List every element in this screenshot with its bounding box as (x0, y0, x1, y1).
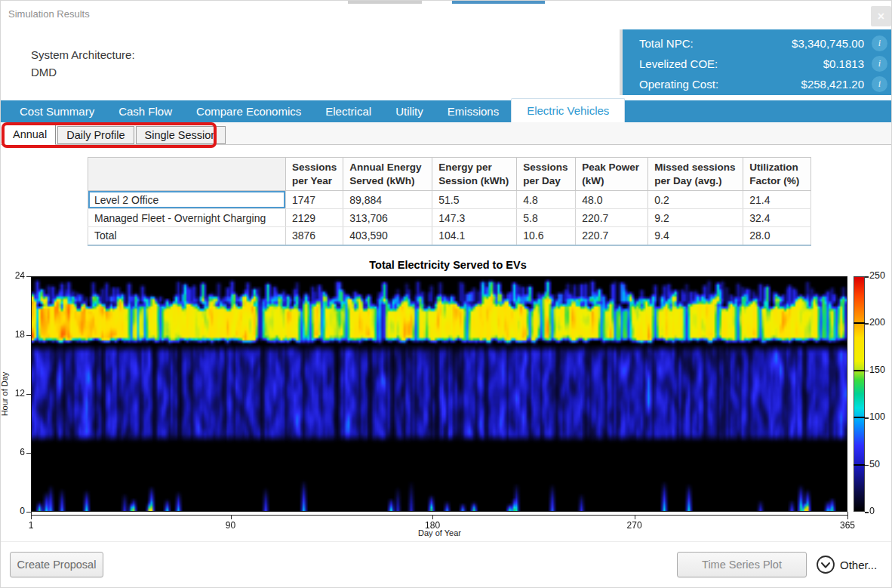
x-tick-label: 180 (421, 520, 444, 531)
main-tab-bar: Cost Summary Cash Flow Compare Economics… (1, 100, 892, 122)
simulation-results-window: Simulation Results × System Architecture… (0, 0, 892, 588)
subtab-single-session[interactable]: Single Session (136, 126, 226, 144)
y-tick-mark (26, 335, 31, 336)
subtab-daily-profile[interactable]: Daily Profile (57, 126, 134, 144)
info-icon[interactable]: i (872, 76, 887, 92)
system-architecture-label: System Architecture: (31, 46, 135, 63)
value-cell: 0.2 (648, 191, 743, 209)
value-cell: 10.6 (517, 227, 576, 245)
y-tick-label: 0 (2, 506, 25, 516)
value-cell: 48.0 (576, 191, 648, 209)
x-tick-mark (847, 516, 848, 519)
tab-cost-summary[interactable]: Cost Summary (8, 100, 106, 122)
system-architecture: System Architecture: DMD (31, 46, 135, 81)
y-tick-label: 6 (2, 447, 25, 457)
value-cell: 21.4 (743, 191, 811, 209)
table-row[interactable]: Total3876403,590104.110.6220.79.428.0 (88, 227, 811, 245)
system-architecture-value: DMD (31, 63, 135, 81)
column-header: Peak Power (kW) (576, 158, 648, 191)
colorbar (854, 276, 865, 512)
tab-emissions[interactable]: Emissions (435, 100, 511, 122)
x-tick-label: 270 (623, 520, 646, 531)
metrics-panel: Total NPC: $3,340,745.00 i Levelized COE… (620, 29, 892, 95)
value-cell: 220.7 (576, 209, 648, 227)
value-cell: 9.4 (648, 227, 743, 245)
value-cell: 28.0 (743, 227, 811, 245)
ev-results-table: Sessions per YearAnnual Energy Served (k… (88, 157, 811, 246)
table-row[interactable]: Level 2 Office174789,88451.54.848.00.221… (88, 191, 811, 209)
colorbar-tick-label: 250 (869, 270, 890, 281)
colorbar-tick-line (854, 370, 865, 371)
metric-value: $3,340,745.00 (792, 37, 864, 50)
chart-title: Total Electricity Served to EVs (31, 259, 865, 271)
colorbar-tick-label: 150 (869, 365, 890, 375)
tab-electric-vehicles[interactable]: Electric Vehicles (511, 98, 625, 122)
value-cell: 4.8 (517, 191, 576, 209)
metric-label: Operating Cost: (639, 78, 718, 91)
value-cell: 3876 (286, 227, 343, 245)
colorbar-tick-label: 200 (869, 317, 890, 328)
colorbar-tick-mark (865, 371, 869, 372)
value-cell: 1747 (286, 191, 343, 209)
column-header: Utilization Factor (%) (743, 158, 811, 191)
value-cell: 51.5 (432, 191, 517, 209)
heatmap-plot (31, 276, 847, 512)
colorbar-tick-mark (865, 276, 869, 278)
row-label-cell: Level 2 Office (88, 191, 286, 209)
tab-electrical[interactable]: Electrical (313, 100, 383, 122)
y-tick-mark (26, 276, 31, 277)
x-tick-mark (31, 516, 32, 519)
window-title: Simulation Results (8, 8, 90, 20)
tab-cash-flow[interactable]: Cash Flow (106, 100, 184, 122)
colorbar-tick-label: 0 (869, 506, 890, 516)
x-tick-label: 90 (220, 520, 242, 531)
column-header: Sessions per Year (286, 158, 343, 191)
table-row[interactable]: Managed Fleet - Overnight Charging212931… (88, 209, 811, 227)
sub-tab-bar: Annual Daily Profile Single Session (1, 122, 892, 145)
chevron-down-circle-icon[interactable] (816, 555, 835, 574)
info-icon[interactable]: i (872, 56, 887, 72)
subtab-annual[interactable]: Annual (4, 124, 56, 145)
colorbar-tick-label: 50 (869, 459, 890, 469)
column-header: Energy per Session (kWh) (432, 158, 517, 191)
column-header: Annual Energy Served (kWh) (343, 158, 432, 191)
colorbar-tick-mark (865, 417, 869, 419)
metric-label: Total NPC: (639, 37, 694, 50)
colorbar-tick-line (854, 464, 865, 466)
column-header: Missed sessions per Day (avg.) (648, 158, 743, 191)
value-cell: 5.8 (517, 209, 576, 227)
colorbar-tick-mark (865, 323, 869, 325)
value-cell: 147.3 (432, 209, 517, 227)
value-cell: 89,884 (343, 191, 432, 209)
y-tick-label: 24 (2, 270, 25, 281)
footer-divider (1, 541, 892, 542)
table-header: Sessions per YearAnnual Energy Served (k… (88, 158, 811, 191)
background-tab-strip-blue (452, 1, 545, 4)
x-axis-line (31, 515, 848, 516)
value-cell: 104.1 (432, 227, 517, 245)
tab-compare-economics[interactable]: Compare Economics (184, 100, 313, 122)
colorbar-tick-mark (865, 465, 869, 466)
value-cell: 32.4 (743, 209, 811, 227)
metric-value: $258,421.20 (801, 78, 864, 91)
colorbar-tick-mark (865, 512, 869, 513)
create-proposal-button[interactable]: Create Proposal (10, 552, 103, 577)
value-cell: 220.7 (576, 227, 648, 245)
metric-row-levelized-coe: Levelized COE: $0.1813 i (623, 54, 892, 74)
y-tick-mark (26, 512, 31, 513)
value-cell: 313,706 (343, 209, 432, 227)
info-icon[interactable]: i (872, 35, 887, 51)
x-tick-mark (635, 516, 635, 519)
metric-row-total-npc: Total NPC: $3,340,745.00 i (623, 33, 892, 54)
close-button[interactable]: × (871, 6, 891, 26)
x-tick-mark (432, 516, 433, 519)
y-tick-label: 12 (2, 388, 25, 399)
y-tick-mark (26, 394, 31, 395)
value-cell: 2129 (286, 209, 343, 227)
table-body: Level 2 Office174789,88451.54.848.00.221… (88, 191, 811, 245)
x-tick-label: 1 (20, 520, 42, 531)
metric-value: $0.1813 (823, 57, 864, 70)
other-button[interactable]: Other... (840, 559, 877, 571)
tab-utility[interactable]: Utility (383, 100, 435, 122)
time-series-plot-button[interactable]: Time Series Plot (677, 552, 807, 577)
